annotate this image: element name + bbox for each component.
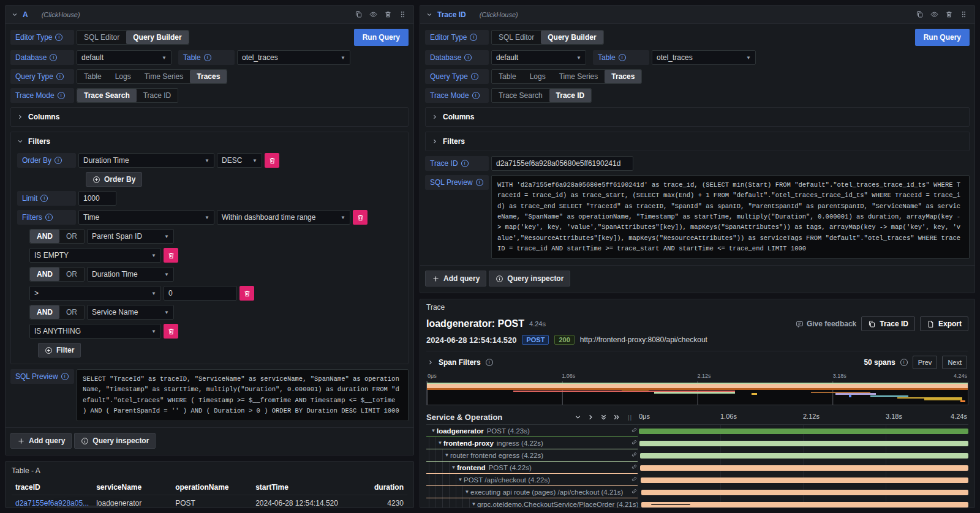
run-query-button[interactable]: Run Query [354,29,409,46]
query-inspector-button[interactable]: Query inspector [489,271,570,286]
order-by-field-select[interactable]: Duration Time▼ [78,153,214,168]
expand-all-icon[interactable] [613,414,620,421]
span-link-icon[interactable] [628,476,638,484]
eye-icon[interactable] [929,10,939,20]
duplicate-icon[interactable] [353,10,363,20]
columns-section-header[interactable]: Columns [426,108,969,126]
query-inspector-button[interactable]: Query inspector [74,433,156,449]
duplicate-icon[interactable] [914,10,924,20]
bool-or[interactable]: OR [59,305,84,319]
span-row[interactable]: ▼ executing api route (pages) /api/check… [426,486,968,498]
trace-mode-id[interactable]: Trace ID [549,89,592,102]
trash-icon[interactable] [383,10,393,20]
info-icon[interactable]: i [55,157,62,164]
info-icon[interactable]: i [40,195,48,202]
bool-and[interactable]: AND [30,305,59,319]
query-type-logs[interactable]: Logs [108,70,138,83]
query-type-table[interactable]: Table [77,70,108,83]
condition-field-select[interactable]: Service Name▼ [87,305,174,320]
drag-handle-icon[interactable] [959,10,968,20]
query-type-traces[interactable]: Traces [190,70,227,83]
order-by-direction-select[interactable]: DESC▼ [217,153,262,168]
limit-input[interactable] [78,191,116,206]
span-link-icon[interactable] [628,439,638,447]
query-type-logs[interactable]: Logs [523,70,552,83]
next-button[interactable]: Next [942,356,967,369]
query-type-timeseries[interactable]: Time Series [138,70,190,83]
condition-field-select[interactable]: Parent Span ID▼ [87,229,174,244]
info-icon[interactable]: i [900,359,908,366]
add-order-by-button[interactable]: Order By [86,172,142,187]
column-resize-handle[interactable]: || [628,414,632,421]
eye-icon[interactable] [368,10,378,20]
add-filter-button[interactable]: Filter [38,343,81,358]
trace-mode-search[interactable]: Trace Search [77,89,137,102]
collapse-all-icon[interactable] [600,414,607,421]
panel-a-header[interactable]: A (ClickHouse) [6,6,413,24]
remove-condition-button[interactable] [164,248,178,263]
condition-operator-select[interactable]: >▼ [29,286,161,301]
query-type-timeseries[interactable]: Time Series [552,70,605,83]
remove-condition-button[interactable] [239,286,254,301]
info-icon[interactable]: i [55,34,62,41]
span-row[interactable]: ▼ router frontend egress (4.22s) [426,449,968,462]
table-select[interactable]: otel_traces▼ [237,50,350,65]
trace-minimap[interactable] [426,381,968,405]
trace-id-button[interactable]: Trace ID [861,316,915,331]
remove-order-by-button[interactable] [265,153,279,168]
info-icon[interactable]: i [61,373,69,380]
col-servicename[interactable]: serviceName [92,480,172,495]
col-duration[interactable]: duration [347,480,407,495]
span-link-icon[interactable] [628,451,638,459]
info-icon[interactable]: i [619,54,626,61]
span-row[interactable]: ▼ frontend POST (4.22s) [426,462,968,474]
editor-type-sql[interactable]: SQL Editor [77,31,126,44]
run-query-button[interactable]: Run Query [915,29,970,46]
editor-type-builder[interactable]: Query Builder [126,31,188,44]
panel-traceid-header[interactable]: Trace ID (ClickHouse) [420,6,974,24]
info-icon[interactable]: i [471,73,478,80]
expand-one-icon[interactable] [587,414,594,421]
filter-value-select[interactable]: Within dashboard time range▼ [217,210,350,225]
info-icon[interactable]: i [56,73,64,80]
trace-id-input[interactable] [491,156,633,171]
database-select[interactable]: default▼ [77,50,172,65]
span-link-icon[interactable] [628,488,638,496]
database-select[interactable]: default▼ [491,50,586,65]
columns-section-header[interactable]: Columns [11,108,408,126]
col-operationname[interactable]: operationName [172,480,252,495]
trash-icon[interactable] [944,10,954,20]
filter-field-select[interactable]: Time▼ [78,210,214,225]
trace-mode-id[interactable]: Trace ID [137,89,178,102]
condition-operator-select[interactable]: IS ANYTHING▼ [29,324,161,339]
editor-type-sql[interactable]: SQL Editor [492,31,541,44]
trace-mode-search[interactable]: Trace Search [492,89,549,102]
remove-filter-button[interactable] [353,210,368,225]
filters-section-header[interactable]: Filters [426,132,969,151]
bool-and[interactable]: AND [30,230,59,243]
condition-field-select[interactable]: Duration Time▼ [87,267,174,282]
condition-value-input[interactable] [164,286,237,301]
info-icon[interactable]: i [472,92,480,99]
prev-button[interactable]: Prev [913,356,938,369]
bool-and[interactable]: AND [30,268,59,281]
col-traceid[interactable]: traceID [12,480,92,495]
span-row[interactable]: ▼ loadgenerator POST (4.23s) [426,425,968,437]
info-icon[interactable]: i [204,54,211,61]
export-button[interactable]: Export [920,316,968,331]
add-query-button[interactable]: Add query [425,271,486,286]
info-icon[interactable]: i [476,179,483,186]
span-link-icon[interactable] [628,427,638,435]
info-icon[interactable]: i [50,54,57,61]
query-type-table[interactable]: Table [492,70,523,83]
table-select[interactable]: otel_traces▼ [652,50,756,65]
add-query-button[interactable]: Add query [10,433,72,449]
query-type-traces[interactable]: Traces [605,70,641,83]
info-icon[interactable]: i [58,92,65,99]
info-icon[interactable]: i [45,214,53,221]
span-row[interactable]: ▼ grpc.oteldemo.CheckoutService/PlaceOrd… [426,498,968,508]
remove-condition-button[interactable] [164,324,178,339]
bool-or[interactable]: OR [59,268,84,281]
bool-or[interactable]: OR [59,230,84,243]
span-row[interactable]: ▼ frontend-proxy ingress (4.22s) [426,437,968,449]
